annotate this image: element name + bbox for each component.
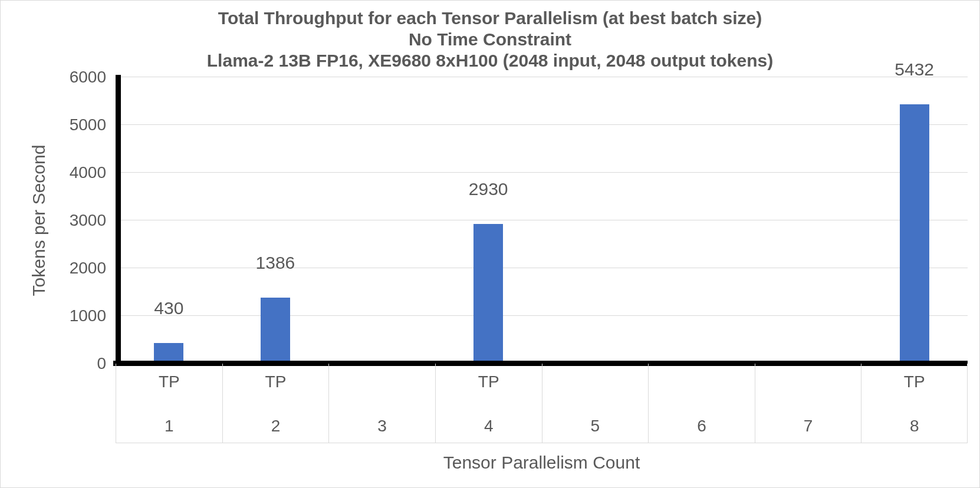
bar-value-label: 2930 [469,179,508,202]
gridline [116,124,968,125]
x-category-number: 8 [861,417,967,436]
x-axis-area: Tensor Parallelism Count TP1TP23TP4567TP… [116,364,968,476]
y-tick-label: 2000 [70,259,106,278]
x-category-cell: TP1 [116,364,222,443]
bar-value-label: 5432 [895,60,934,82]
y-axis-line [116,75,121,366]
gridline [116,172,968,173]
x-category-cell: TP4 [435,364,542,443]
bar-value-label: 1386 [256,253,295,275]
y-axis-label: Tokens per Second [27,77,51,364]
gridline [116,315,968,316]
x-category-number: 1 [116,417,222,436]
y-tick-label: 5000 [70,116,106,134]
plot-column: 0100020003000400050006000 43013862930543… [57,77,968,476]
x-axis-label: Tensor Parallelism Count [116,453,968,473]
x-category-number: 2 [223,417,329,436]
gridline [116,268,968,268]
bar-value-label: 430 [154,298,183,321]
x-category-cell: 3 [328,364,435,443]
title-line-3: Llama-2 13B FP16, XE9680 8xH100 (2048 in… [12,50,968,71]
x-category-number: 5 [542,417,649,436]
plot-area: 430138629305432 [116,77,968,364]
title-line-1: Total Throughput for each Tensor Paralle… [12,8,968,29]
y-tick-label: 4000 [70,163,106,182]
x-category-cell: TP2 [222,364,329,443]
x-category-cell: 6 [648,364,755,443]
x-category-number: 4 [436,417,542,436]
x-category-prefix: TP [436,372,542,391]
x-category-cell: 5 [542,364,649,443]
y-tick-label: 1000 [70,306,106,325]
x-category-number: 6 [649,417,755,436]
chart-body: Tokens per Second 0100020003000400050006… [27,77,968,476]
gridline [116,77,968,77]
x-category-number: 7 [755,417,861,436]
bar [473,224,503,364]
y-tick-label: 3000 [70,211,106,230]
x-category-prefix: TP [223,372,329,391]
bar [900,104,929,364]
title-line-2: No Time Constraint [12,29,968,50]
y-tick-label: 0 [97,354,106,373]
x-category-cell: TP8 [861,364,968,443]
bar [261,298,290,364]
y-axis-ticks: 0100020003000400050006000 [57,77,110,364]
chart-container: Total Throughput for each Tensor Paralle… [0,0,980,488]
gridline [116,220,968,220]
y-tick-label: 6000 [70,68,106,87]
chart-title: Total Throughput for each Tensor Paralle… [12,8,968,71]
x-category-prefix: TP [861,372,967,391]
x-category-prefix: TP [116,372,222,391]
x-category-cell: 7 [755,364,861,443]
x-category-number: 3 [329,417,435,436]
